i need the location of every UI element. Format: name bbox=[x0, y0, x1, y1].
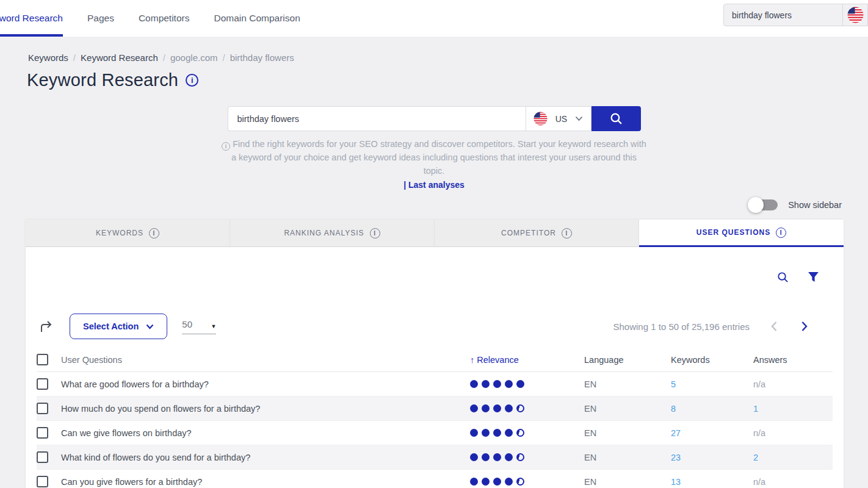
row-checkbox[interactable] bbox=[37, 451, 48, 463]
top-search-input[interactable]: birthday flowers bbox=[724, 10, 842, 20]
search-description: Find the right keywords for your SEO str… bbox=[220, 137, 648, 178]
show-sidebar-toggle[interactable] bbox=[750, 199, 778, 210]
info-icon[interactable] bbox=[776, 228, 786, 238]
filter-icon[interactable] bbox=[808, 271, 819, 283]
us-flag-icon[interactable] bbox=[843, 7, 867, 23]
breadcrumb-keyword-research[interactable]: Keyword Research bbox=[81, 52, 158, 63]
tab-competitor[interactable]: Competitor bbox=[435, 220, 639, 247]
table-action-row: Select Action 50▼ Showing 1 to 50 of 25,… bbox=[37, 313, 833, 340]
breadcrumb-separator: / bbox=[73, 52, 76, 63]
table-row: Can you give flowers for a birthday? EN … bbox=[37, 470, 833, 488]
tab-user-questions[interactable]: User Questions bbox=[639, 220, 844, 247]
info-icon[interactable] bbox=[370, 228, 380, 239]
caret-down-icon: ▼ bbox=[211, 323, 216, 329]
relevance-dot bbox=[470, 478, 478, 486]
country-select[interactable]: US bbox=[526, 106, 591, 131]
col-answers[interactable]: Answers bbox=[753, 355, 833, 365]
pagination: Showing 1 to 50 of 25,196 entries bbox=[613, 321, 833, 332]
relevance-dot bbox=[493, 380, 501, 388]
table-row: What are good flowers for a birthday? EN… bbox=[37, 372, 833, 396]
relevance-dot bbox=[482, 404, 490, 412]
user-question-text: Can you give flowers for a birthday? bbox=[61, 477, 470, 487]
select-action-button[interactable]: Select Action bbox=[70, 314, 167, 339]
col-language[interactable]: Language bbox=[584, 355, 671, 365]
keywords-count-link[interactable]: 23 bbox=[671, 453, 753, 462]
keywords-count-link[interactable]: 8 bbox=[671, 404, 753, 414]
row-checkbox[interactable] bbox=[37, 378, 48, 390]
relevance-dot bbox=[505, 380, 513, 388]
row-checkbox[interactable] bbox=[37, 403, 48, 414]
relevance-dots bbox=[470, 478, 584, 486]
relevance-dot bbox=[493, 478, 501, 486]
col-user-questions[interactable]: User Questions bbox=[61, 355, 470, 365]
relevance-dot bbox=[493, 404, 501, 412]
keyword-search-section: birthday flowers US bbox=[0, 106, 868, 131]
export-icon[interactable] bbox=[39, 319, 54, 334]
nav-item-keyword-research[interactable]: Keyword Research bbox=[0, 0, 63, 37]
relevance-dots bbox=[470, 429, 584, 437]
tab-keywords[interactable]: Keywords bbox=[26, 220, 230, 247]
info-icon[interactable] bbox=[149, 228, 159, 239]
table-search-icon[interactable] bbox=[776, 271, 789, 284]
results-card: Keywords Ranking Analysis Competitor Use… bbox=[26, 220, 844, 488]
showing-entries-text: Showing 1 to 50 of 25,196 entries bbox=[613, 321, 750, 332]
nav-item-competitors[interactable]: Competitors bbox=[139, 0, 190, 37]
relevance-dot bbox=[482, 478, 490, 486]
next-page-icon[interactable] bbox=[801, 321, 808, 332]
keywords-count-link[interactable]: 13 bbox=[671, 477, 753, 487]
col-keywords[interactable]: Keywords bbox=[671, 355, 753, 365]
select-all-checkbox[interactable] bbox=[37, 354, 48, 365]
answers-count[interactable]: 2 bbox=[753, 453, 833, 462]
table-body: What are good flowers for a birthday? EN… bbox=[37, 372, 833, 488]
info-icon[interactable] bbox=[562, 228, 572, 239]
keyword-input[interactable]: birthday flowers bbox=[228, 106, 526, 131]
user-question-text: What kind of flowers do you send for a b… bbox=[61, 453, 470, 462]
top-navigation: Keyword Research Pages Competitors Domai… bbox=[0, 0, 868, 37]
breadcrumb-keyword: birthday flowers bbox=[230, 52, 294, 63]
keywords-count-link[interactable]: 5 bbox=[671, 379, 753, 389]
relevance-dot bbox=[482, 380, 490, 388]
relevance-dot bbox=[505, 478, 513, 486]
relevance-dot bbox=[516, 478, 524, 486]
page-size-select[interactable]: 50▼ bbox=[182, 319, 216, 334]
top-search-bar: birthday flowers bbox=[723, 4, 868, 26]
search-button[interactable] bbox=[591, 106, 641, 131]
language-value: EN bbox=[584, 428, 671, 438]
row-checkbox[interactable] bbox=[37, 427, 48, 439]
row-checkbox[interactable] bbox=[37, 476, 48, 487]
page-title: Keyword Research bbox=[27, 70, 178, 90]
answers-count: n/a bbox=[753, 379, 833, 389]
title-info-icon[interactable] bbox=[186, 74, 198, 87]
breadcrumb-separator: / bbox=[163, 52, 165, 63]
relevance-dot bbox=[516, 453, 524, 461]
language-value: EN bbox=[584, 404, 671, 414]
breadcrumb-domain[interactable]: google.com bbox=[170, 52, 218, 63]
us-flag-icon bbox=[533, 112, 548, 126]
page-title-row: Keyword Research bbox=[27, 70, 868, 90]
relevance-dot bbox=[516, 380, 524, 388]
relevance-dots bbox=[470, 380, 584, 388]
col-relevance[interactable]: ↑Relevance bbox=[470, 355, 584, 365]
prev-page-icon[interactable] bbox=[770, 321, 778, 332]
tab-ranking-analysis[interactable]: Ranking Analysis bbox=[230, 220, 435, 247]
relevance-dot bbox=[505, 429, 513, 437]
chevron-down-icon bbox=[575, 116, 583, 121]
user-question-text: What are good flowers for a birthday? bbox=[61, 379, 470, 389]
main-nav: Keyword Research Pages Competitors Domai… bbox=[0, 0, 300, 37]
info-icon bbox=[222, 142, 230, 151]
nav-item-domain-comparison[interactable]: Domain Comparison bbox=[214, 0, 300, 37]
keywords-count-link[interactable]: 27 bbox=[671, 428, 753, 438]
table-row: Can we give flowers on birthday? EN 27 n… bbox=[37, 421, 833, 445]
relevance-dot bbox=[470, 404, 478, 412]
relevance-dot bbox=[505, 453, 513, 461]
country-code-label: US bbox=[555, 114, 567, 124]
nav-item-pages[interactable]: Pages bbox=[87, 0, 114, 37]
user-question-text: How much do you spend on flowers for a b… bbox=[61, 404, 470, 414]
answers-count: n/a bbox=[753, 428, 833, 438]
answers-count[interactable]: 1 bbox=[753, 404, 833, 414]
relevance-dots bbox=[470, 404, 584, 412]
user-question-text: Can we give flowers on birthday? bbox=[61, 428, 470, 438]
relevance-dot bbox=[516, 429, 524, 437]
last-analyses-link[interactable]: | Last analyses bbox=[0, 180, 868, 190]
breadcrumb-keywords[interactable]: Keywords bbox=[28, 52, 68, 63]
